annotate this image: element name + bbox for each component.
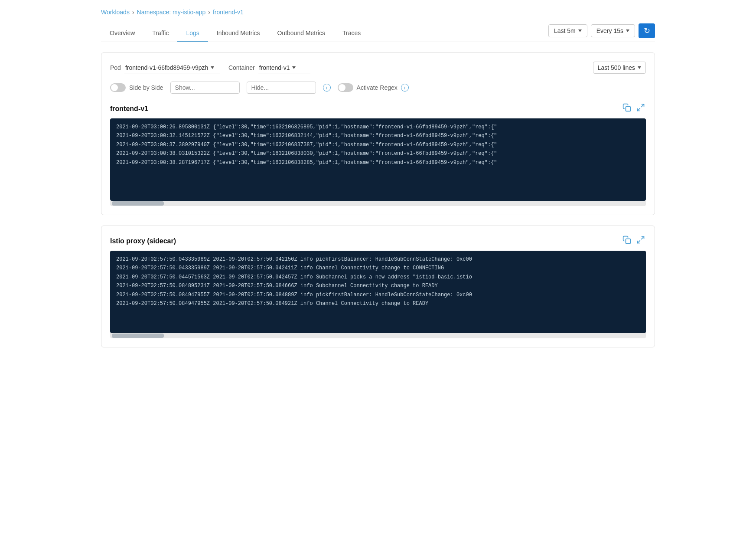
lines-select[interactable]: Last 500 lines (593, 62, 646, 74)
filter-info-icon[interactable]: i (323, 84, 331, 92)
filter-row: Pod frontend-v1-66fbd89459-v9pzh Contain… (110, 62, 646, 74)
container-chevron-icon (292, 66, 296, 69)
tab-logs[interactable]: Logs (177, 25, 208, 42)
log-line: 2021-09-20T02:57:50.084947955Z 2021-09-2… (116, 291, 640, 299)
svg-rect-0 (626, 107, 631, 111)
time-range-value: Last 5m (554, 27, 576, 34)
log-line: 2021-09-20T02:57:50.043335989Z 2021-09-2… (116, 255, 640, 264)
pod-label: Pod (110, 64, 121, 71)
log-line: 2021-09-20T03:00:38.287196717Z {"level":… (116, 158, 640, 167)
tab-inbound-metrics[interactable]: Inbound Metrics (208, 25, 269, 42)
refresh-icon: ↻ (644, 27, 650, 35)
log-line: 2021-09-20T03:00:26.895800131Z {"level":… (116, 123, 640, 131)
hscroll-thumb-frontend (112, 201, 164, 206)
log-line: 2021-09-20T03:00:37.389297940Z {"level":… (116, 141, 640, 149)
breadcrumb-namespace[interactable]: Namespace: my-istio-app (137, 9, 206, 16)
hscroll-thumb-istio (112, 334, 164, 338)
svg-line-5 (638, 241, 640, 243)
log-title-frontend: frontend-v1 (110, 105, 148, 113)
breadcrumb-workloads[interactable]: Workloads (101, 9, 130, 16)
expand-log-button-frontend[interactable] (635, 102, 646, 115)
lines-select-value: Last 500 lines (598, 64, 635, 71)
breadcrumb: Workloads › Namespace: my-istio-app › fr… (101, 9, 655, 16)
log-title-istio: Istio proxy (sidecar) (110, 237, 176, 245)
side-by-side-label: Side by Side (129, 84, 163, 91)
tab-traffic[interactable]: Traffic (143, 25, 177, 42)
side-by-side-group: Side by Side (110, 83, 163, 92)
hscroll-track-frontend[interactable] (110, 201, 646, 206)
lines-chevron-icon (638, 66, 641, 69)
log-terminal-istio[interactable]: 2021-09-20T02:57:50.043335989Z 2021-09-2… (110, 251, 646, 333)
tab-overview[interactable]: Overview (101, 25, 143, 42)
time-range-chevron-icon (578, 29, 582, 32)
log-line: 2021-09-20T02:57:50.044571563Z 2021-09-2… (116, 273, 640, 281)
container-select-value: frontend-v1 (259, 64, 290, 71)
tab-outbound-metrics[interactable]: Outbound Metrics (268, 25, 334, 42)
container-select[interactable]: frontend-v1 (258, 62, 310, 73)
log-line: 2021-09-20T02:57:50.084947955Z 2021-09-2… (116, 299, 640, 308)
hscroll-track-istio[interactable] (110, 333, 646, 338)
logs-card: Pod frontend-v1-66fbd89459-v9pzh Contain… (101, 52, 655, 215)
copy-log-button-istio[interactable] (622, 235, 632, 247)
log-line: 2021-09-20T02:57:50.043335989Z 2021-09-2… (116, 264, 640, 272)
svg-line-4 (642, 237, 644, 239)
log-line: 2021-09-20T02:57:50.084895231Z 2021-09-2… (116, 281, 640, 290)
expand-log-button-istio[interactable] (635, 235, 646, 247)
log-actions-frontend (622, 102, 646, 115)
controls: Last 5m Every 15s ↻ (548, 23, 655, 42)
pod-filter-group: Pod frontend-v1-66fbd89459-v9pzh (110, 62, 220, 73)
side-by-side-toggle[interactable] (110, 83, 126, 92)
activate-regex-toggle[interactable] (338, 83, 353, 92)
time-range-dropdown[interactable]: Last 5m (548, 24, 587, 37)
log-section-istio: Istio proxy (sidecar) (110, 235, 646, 338)
refresh-interval-dropdown[interactable]: Every 15s (591, 24, 635, 37)
svg-rect-3 (626, 239, 631, 244)
hide-filter-input[interactable] (247, 82, 316, 94)
pod-select[interactable]: frontend-v1-66fbd89459-v9pzh (124, 62, 220, 73)
container-filter-group: Container frontend-v1 (228, 62, 310, 73)
svg-line-2 (638, 108, 640, 111)
breadcrumb-current: frontend-v1 (213, 9, 244, 16)
tab-traces[interactable]: Traces (334, 25, 369, 42)
pod-select-value: frontend-v1-66fbd89459-v9pzh (125, 64, 208, 71)
activate-regex-group: Activate Regex i (338, 83, 409, 92)
refresh-interval-chevron-icon (626, 29, 629, 32)
pod-chevron-icon (211, 66, 214, 69)
log-line: 2021-09-20T03:00:32.145121572Z {"level":… (116, 131, 640, 140)
log-terminal-frontend[interactable]: 2021-09-20T03:00:26.895800131Z {"level":… (110, 118, 646, 201)
refresh-button[interactable]: ↻ (639, 23, 655, 38)
toggle-row: Side by Side i Activate Regex i (110, 82, 646, 94)
breadcrumb-sep-1: › (132, 9, 134, 16)
log-card-istio: Istio proxy (sidecar) (101, 226, 655, 347)
breadcrumb-sep-2: › (208, 9, 210, 16)
container-label: Container (228, 64, 255, 71)
log-section-frontend: frontend-v1 (110, 102, 646, 206)
log-actions-istio (622, 235, 646, 247)
regex-info-icon[interactable]: i (401, 84, 409, 92)
header-row: Overview Traffic Logs Inbound Metrics Ou… (101, 23, 655, 42)
log-section-header-frontend: frontend-v1 (110, 102, 646, 115)
activate-regex-label: Activate Regex (357, 84, 398, 91)
tabs: Overview Traffic Logs Inbound Metrics Ou… (101, 25, 369, 42)
log-line: 2021-09-20T03:00:38.031015322Z {"level":… (116, 149, 640, 158)
show-filter-input[interactable] (170, 82, 240, 94)
log-section-header-istio: Istio proxy (sidecar) (110, 235, 646, 247)
copy-log-button-frontend[interactable] (622, 102, 632, 115)
svg-line-1 (642, 105, 644, 107)
refresh-interval-value: Every 15s (596, 27, 623, 34)
main-content: Pod frontend-v1-66fbd89459-v9pzh Contain… (101, 42, 655, 347)
